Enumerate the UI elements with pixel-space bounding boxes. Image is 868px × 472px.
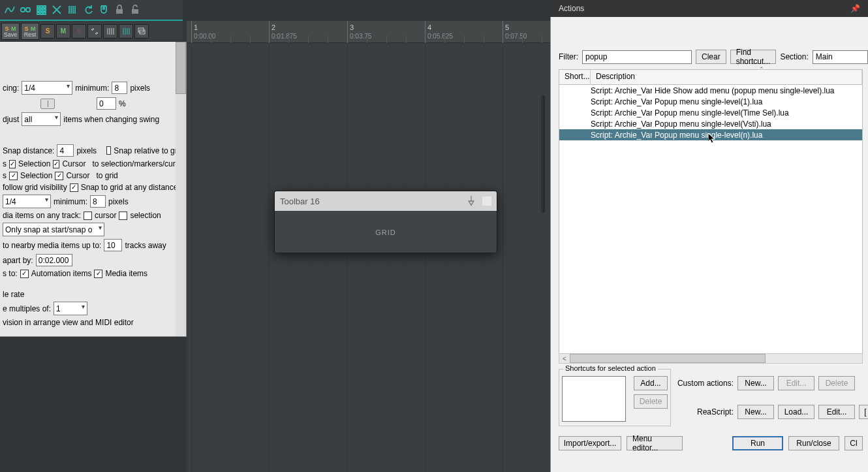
selection-chk-3[interactable]	[119, 212, 127, 220]
action-row[interactable]: Script: Archie_Var;Hide Show add menu (p…	[559, 85, 862, 96]
filter-input[interactable]	[582, 50, 692, 64]
grid-icon[interactable]	[34, 3, 48, 17]
swing-input[interactable]	[97, 97, 116, 110]
link-icon[interactable]	[18, 3, 33, 17]
action-row[interactable]: Script: Archie_Var;Popup menu single-lev…	[559, 107, 862, 118]
svg-rect-4	[132, 9, 138, 14]
toolbar16-popup[interactable]: Toolbar 16 GRID	[274, 191, 497, 253]
nearby-input[interactable]	[104, 239, 122, 251]
run-close-button[interactable]: Run/close	[788, 436, 839, 450]
mult-select[interactable]	[54, 302, 87, 315]
panel-scrollbar[interactable]	[176, 42, 186, 336]
col-shortcut[interactable]: Short...	[559, 70, 591, 84]
import-export-button[interactable]: Import/export...	[559, 436, 621, 450]
m-red-btn[interactable]: ○	[72, 24, 86, 39]
adjust-label: djust	[3, 115, 19, 124]
action-row[interactable]: Script: Archie_Var;Popup menu single-lev…	[559, 118, 862, 129]
bars-icon[interactable]	[65, 3, 80, 17]
reascript-new-button[interactable]: New...	[737, 405, 774, 419]
action-row[interactable]: Script: Archie_Var;Popup menu single-lev…	[559, 129, 862, 140]
unlock-icon[interactable]	[128, 3, 142, 17]
col-description[interactable]: Description ⌃	[591, 70, 862, 84]
lock-icon[interactable]	[112, 3, 127, 17]
sm-rest[interactable]: S MRest	[21, 23, 39, 40]
cursor-chk-3[interactable]	[84, 212, 92, 220]
find-shortcut-button[interactable]: Find shortcut...	[730, 50, 777, 64]
actions-list[interactable]: Script: Archie_Var;Hide Show add menu (p…	[559, 85, 863, 361]
close-button[interactable]: Cl	[845, 436, 863, 450]
custom-edit-button[interactable]: Edit...	[778, 376, 814, 390]
pixels-label2: pixels	[76, 146, 97, 155]
pixels-label: pixels	[130, 84, 150, 93]
grid2-select[interactable]	[3, 195, 51, 208]
curve-icon[interactable]	[3, 3, 17, 17]
snap-mode-select[interactable]	[3, 223, 104, 236]
bars1-btn[interactable]	[103, 24, 117, 39]
bars2-btn[interactable]	[119, 24, 133, 39]
delete-shortcut-button[interactable]: Delete	[634, 394, 668, 409]
reascript-load-button[interactable]: Load...	[778, 405, 814, 419]
actions-list-header[interactable]: Short... Description ⌃	[559, 69, 863, 85]
time-mark: 30:03.75	[347, 21, 348, 43]
actions-hscroll[interactable]: <	[559, 353, 863, 364]
swing-slider-thumb[interactable]	[40, 99, 55, 109]
action-row[interactable]: Script: Archie_Var;Popup menu single-lev…	[559, 96, 862, 107]
grid2-min-input[interactable]	[90, 195, 106, 208]
swing-unit: %	[119, 99, 126, 108]
magnet-icon[interactable]	[97, 3, 111, 17]
snapdist-label: Snap distance:	[3, 146, 54, 155]
arrows-btn[interactable]	[87, 24, 102, 39]
s-orange-btn[interactable]: S	[40, 24, 55, 39]
custom-actions-label: Custom actions:	[676, 379, 734, 388]
hscroll-thumb[interactable]	[570, 354, 766, 363]
section-select[interactable]	[813, 50, 868, 64]
media-items-chk[interactable]	[94, 270, 102, 278]
m-green-btn[interactable]: M	[56, 24, 70, 39]
time-mark: 10:00.00	[191, 21, 192, 43]
spacing-label: cing:	[3, 84, 19, 93]
snap-any-chk[interactable]	[70, 183, 78, 192]
timeline-ruler[interactable]: 10:00.0020:01.87530:03.7540:05.62550:07.…	[187, 21, 550, 43]
snap-relative-chk[interactable]	[106, 146, 111, 155]
spacing-select[interactable]	[22, 81, 72, 95]
loop-icon[interactable]	[81, 3, 95, 17]
arrange-body[interactable]	[187, 43, 550, 472]
reascript-edit-button[interactable]: Edit...	[818, 405, 855, 419]
selection-chk-1[interactable]	[9, 160, 16, 168]
snap-settings-panel: cing: minimum: pixels % djust items when…	[0, 42, 187, 337]
auto-items-chk[interactable]	[20, 270, 29, 278]
menu-editor-button[interactable]: Menu editor...	[627, 436, 683, 450]
toolbar16-square[interactable]	[482, 197, 491, 206]
svg-rect-3	[116, 9, 123, 14]
cursor-chk-1[interactable]	[53, 160, 59, 168]
adjust-select[interactable]	[22, 112, 61, 126]
minimum-input[interactable]	[112, 82, 127, 94]
layers-btn[interactable]	[134, 24, 149, 39]
snap-relative-label: Snap relative to grid	[114, 146, 183, 155]
shortcuts-group: Shortcuts for selected action Add... Del…	[559, 369, 671, 426]
swing-slider[interactable]	[3, 99, 94, 109]
actions-titlebar[interactable]: Actions 📌	[551, 0, 868, 17]
custom-new-button[interactable]: New...	[737, 376, 774, 390]
cut-icon[interactable]	[50, 3, 64, 17]
shortcuts-listbox[interactable]	[562, 376, 626, 422]
toolbar16-titlebar[interactable]: Toolbar 16	[275, 191, 497, 211]
actions-panel: Actions 📌 Filter: Clear Find shortcut...…	[550, 17, 868, 472]
apart-input[interactable]	[36, 254, 72, 266]
cursor-chk-2[interactable]	[55, 172, 63, 180]
add-shortcut-button[interactable]: Add...	[634, 376, 668, 390]
reascript-extra-button[interactable]: [	[859, 405, 868, 419]
grid-button[interactable]: GRID	[375, 228, 396, 236]
selection-chk-2[interactable]	[9, 172, 18, 180]
actions-pin-icon[interactable]: 📌	[850, 4, 860, 13]
clear-button[interactable]: Clear	[696, 50, 726, 64]
run-button[interactable]: Run	[732, 436, 783, 450]
panel-scrollthumb[interactable]	[176, 42, 186, 94]
actions-title-text: Actions	[559, 4, 584, 13]
adjust-tail: items when changing swing	[63, 115, 159, 124]
pin-icon[interactable]	[465, 195, 477, 207]
custom-delete-button[interactable]: Delete	[818, 376, 855, 390]
hscroll-left-icon[interactable]: <	[559, 355, 570, 362]
snapdist-input[interactable]	[57, 144, 74, 157]
sm-save[interactable]: S MSave	[1, 23, 20, 40]
